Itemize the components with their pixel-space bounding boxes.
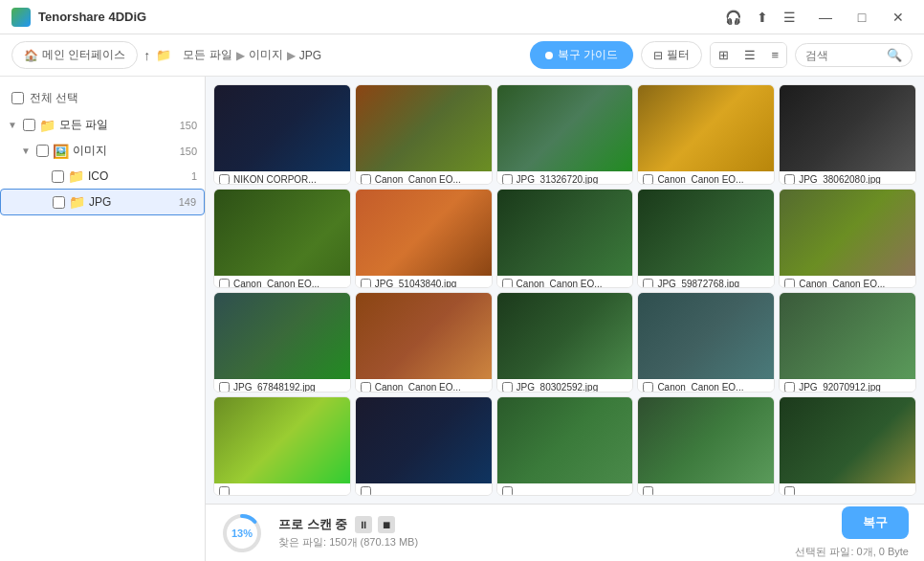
search-icon[interactable]: 🔍 [887, 48, 902, 62]
file-checkbox-14[interactable] [643, 382, 653, 393]
search-input[interactable] [805, 49, 882, 62]
recovery-guide-button[interactable]: 복구 가이드 [530, 41, 633, 69]
app-logo [11, 8, 31, 27]
file-thumb-17 [356, 397, 492, 483]
file-card-3[interactable]: JPG_31326720.jpg [496, 84, 634, 185]
label-jpg: JPG [89, 195, 175, 209]
file-label-9: JPG_59872768.jpg [638, 276, 774, 289]
checkbox-images[interactable] [36, 145, 49, 157]
titlebar-left: Tenorshare 4DDiG [11, 8, 146, 27]
restore-button[interactable]: 복구 [842, 506, 909, 539]
label-ico: ICO [88, 169, 187, 183]
file-label-text-6: Canon_Canon EO... [233, 279, 345, 289]
minimize-button[interactable]: — [811, 3, 840, 32]
file-checkbox-9[interactable] [643, 279, 653, 289]
file-card-10[interactable]: Canon_Canon EO... [779, 189, 916, 289]
file-checkbox-12[interactable] [361, 382, 371, 393]
file-thumb-20 [780, 397, 915, 483]
file-checkbox-2[interactable] [361, 174, 371, 185]
stop-button[interactable]: ⏹ [378, 516, 395, 533]
file-card-11[interactable]: JPG_67848192.jpg [213, 292, 351, 393]
file-label-text-3: JPG_31326720.jpg [517, 174, 628, 185]
select-all-label: 전체 선택 [30, 90, 78, 106]
file-checkbox-1[interactable] [219, 174, 230, 185]
maximize-button[interactable]: □ [847, 3, 876, 32]
recovery-guide-dot [545, 52, 553, 59]
file-checkbox-6[interactable] [219, 279, 230, 289]
sidebar-item-ico[interactable]: ▶ 📁 ICO 1 [0, 164, 205, 189]
toolbar-nav: 🏠 메인 인터페이스 ↑ 📁 모든 파일 ▶ 이미지 ▶ JPG [11, 41, 321, 69]
file-card-9[interactable]: JPG_59872768.jpg [637, 189, 775, 289]
grid-view-button[interactable]: ⊞ [711, 43, 737, 67]
checkbox-jpg[interactable] [53, 196, 65, 209]
file-label-2: Canon_Canon EO... [356, 171, 492, 185]
file-checkbox-4[interactable] [643, 174, 653, 185]
up-arrow-icon[interactable]: ↑ [143, 48, 150, 63]
list-view-button[interactable]: ☰ [737, 43, 763, 67]
select-all-checkbox[interactable] [11, 92, 24, 104]
file-label-text-15: JPG_92070912.jpg [799, 382, 911, 393]
file-card-2[interactable]: Canon_Canon EO... [355, 84, 493, 185]
file-checkbox-10[interactable] [784, 279, 795, 289]
main-interface-button[interactable]: 🏠 메인 인터페이스 [11, 41, 138, 69]
file-card-17[interactable] [355, 396, 493, 497]
share-icon[interactable]: ⬆ [757, 10, 768, 25]
file-label-4: Canon_Canon EO... [638, 171, 774, 185]
file-checkbox-17[interactable] [361, 486, 371, 497]
file-card-18[interactable] [496, 396, 634, 497]
file-thumb-2 [356, 85, 492, 171]
scan-title-text: 프로 스캔 중 [278, 516, 347, 533]
file-checkbox-8[interactable] [502, 279, 513, 289]
headphones-icon[interactable]: 🎧 [725, 10, 741, 25]
file-checkbox-11[interactable] [219, 382, 230, 393]
select-all-bar: 전체 선택 [0, 84, 205, 112]
file-label-text-7: JPG_51043840.jpg [375, 279, 487, 289]
file-card-13[interactable]: JPG_80302592.jpg [496, 292, 634, 393]
menu-icon[interactable]: ☰ [783, 10, 796, 25]
file-card-4[interactable]: Canon_Canon EO... [637, 84, 775, 185]
file-checkbox-19[interactable] [643, 486, 653, 497]
sidebar-item-jpg[interactable]: ▶ 📁 JPG 149 [0, 189, 205, 215]
sidebar-item-images[interactable]: ▼ 🖼️ 이미지 150 [0, 138, 205, 164]
pause-button[interactable]: ⏸ [355, 516, 372, 533]
titlebar: Tenorshare 4DDiG 🎧 ⬆ ☰ — □ ✕ [0, 0, 924, 34]
count-ico: 1 [191, 170, 197, 182]
file-checkbox-7[interactable] [361, 279, 371, 289]
filter-button[interactable]: ⊟ 필터 [641, 41, 702, 69]
folder-icon-ico: 📁 [68, 168, 84, 184]
breadcrumb-arrow-2: ▶ [287, 49, 296, 62]
count-all-files: 150 [180, 120, 197, 131]
file-checkbox-3[interactable] [502, 174, 513, 185]
file-card-8[interactable]: Canon_Canon EO... [496, 189, 634, 289]
file-checkbox-5[interactable] [784, 174, 795, 185]
checkbox-ico[interactable] [52, 170, 64, 183]
selected-info: 선택된 파일: 0개, 0 Byte [795, 545, 909, 559]
file-label-3: JPG_31326720.jpg [497, 171, 633, 185]
progress-circle: 13% [221, 512, 263, 554]
file-card-12[interactable]: Canon_Canon EO... [355, 292, 493, 393]
file-checkbox-15[interactable] [784, 382, 795, 393]
file-card-6[interactable]: Canon_Canon EO... [213, 189, 351, 289]
file-card-19[interactable] [637, 396, 775, 497]
file-label-text-9: JPG_59872768.jpg [657, 279, 769, 289]
file-card-14[interactable]: Canon_Canon EO... [637, 292, 775, 393]
file-card-15[interactable]: JPG_92070912.jpg [779, 292, 916, 393]
file-card-16[interactable] [213, 396, 351, 497]
file-label-text-8: Canon_Canon EO... [517, 279, 628, 289]
file-card-20[interactable] [779, 396, 916, 497]
count-images: 150 [180, 146, 197, 157]
file-card-7[interactable]: JPG_51043840.jpg [355, 189, 493, 289]
file-label-text-4: Canon_Canon EO... [657, 174, 769, 185]
file-checkbox-13[interactable] [502, 382, 513, 393]
file-label-text-11: JPG_67848192.jpg [233, 382, 345, 393]
file-checkbox-16[interactable] [219, 486, 230, 497]
detail-view-button[interactable]: ≡ [763, 43, 786, 67]
close-button[interactable]: ✕ [884, 3, 913, 32]
checkbox-all-files[interactable] [23, 119, 35, 131]
file-card-1[interactable]: NIKON CORPOR... [213, 84, 351, 185]
file-card-5[interactable]: JPG_38062080.jpg [779, 84, 916, 185]
sidebar-item-all-files[interactable]: ▼ 📁 모든 파일 150 [0, 112, 205, 138]
file-thumb-5 [780, 85, 915, 171]
file-checkbox-20[interactable] [784, 486, 795, 497]
file-checkbox-18[interactable] [502, 486, 513, 497]
